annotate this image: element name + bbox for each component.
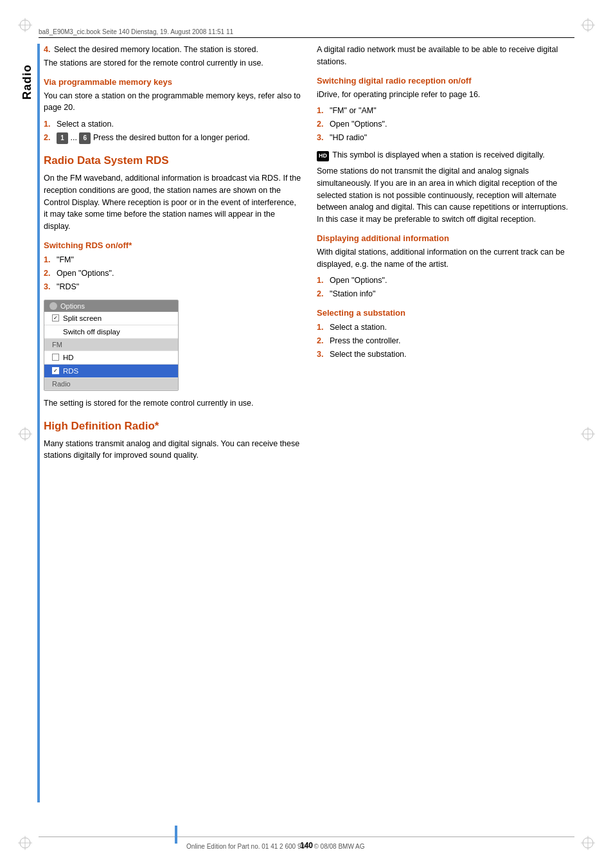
options-title-bar: Options: [44, 300, 178, 312]
idrive-text: iDrive, for operating principle refer to…: [317, 89, 574, 101]
subsection1-body: You can store a station on the programma…: [44, 90, 301, 114]
checkbox-split-screen: [52, 314, 59, 321]
hd-symbol: HD: [317, 151, 329, 161]
di-step2: 2. "Station info": [317, 287, 574, 300]
button-1: 1: [57, 132, 68, 144]
reg-mark-ml: [18, 427, 32, 441]
step4-text: Select the desired memory location. The …: [54, 44, 258, 56]
footer-line: [39, 836, 574, 837]
reg-mark-tl: [18, 18, 32, 32]
options-icon: [49, 302, 57, 310]
section1-body: On the FM waveband, additional informati…: [44, 172, 301, 233]
button-6: 6: [79, 132, 91, 144]
digital-body: Some stations do not transmit the digita…: [317, 165, 574, 226]
sub-step2: 2. Press the controller.: [317, 334, 574, 347]
rds-steps: 1. "FM" 2. Open "Options". 3. "RDS": [44, 253, 301, 293]
option-fm-header: FM: [44, 339, 178, 351]
option-rds: RDS: [44, 365, 178, 378]
header-bar: [39, 37, 574, 38]
di-step1: 1. Open "Options".: [317, 274, 574, 287]
section-hd-radio-heading: High Definition Radio*: [44, 420, 301, 433]
content-area: 4. Select the desired memory location. T…: [44, 44, 574, 829]
checkbox-rds: [52, 367, 59, 374]
step4: 4. Select the desired memory location. T…: [44, 44, 301, 56]
digital-radio-steps: 1. "FM" or "AM" 2. Open "Options". 3. "H…: [317, 104, 574, 144]
section-rds-heading: Radio Data System RDS: [44, 154, 301, 167]
options-screenshot: Options Split screen Switch off display …: [44, 300, 179, 391]
option-radio: Radio: [44, 378, 178, 390]
stored-text: The stations are stored for the remote c…: [44, 57, 301, 69]
option-split-screen: Split screen: [44, 312, 178, 325]
right-column: A digital radio network must be availabl…: [317, 44, 574, 466]
subsection-programmable-keys: Via programmable memory keys: [44, 77, 301, 87]
section2-body: Many stations transmit analog and digita…: [44, 438, 301, 462]
substation-steps: 1. Select a station. 2. Press the contro…: [317, 321, 574, 361]
dr-step3: 3. "HD radio": [317, 131, 574, 144]
dr-step2: 2. Open "Options".: [317, 118, 574, 131]
sub-step1: 1. Select a station.: [317, 321, 574, 334]
display-info-steps: 1. Open "Options". 2. "Station info": [317, 274, 574, 300]
options-title: Options: [60, 302, 85, 310]
sidebar-radio-label: Radio: [21, 64, 36, 102]
dr-step1: 1. "FM" or "AM": [317, 104, 574, 117]
rds-step1: 1. "FM": [44, 253, 301, 266]
hd-symbol-note: HD This symbol is displayed when a stati…: [317, 149, 574, 161]
setting-stored-text: The setting is stored for the remote con…: [44, 397, 301, 410]
reg-mark-tr: [581, 18, 595, 32]
subsection-switching-rds: Switching RDS on/off*: [44, 240, 301, 250]
left-column: 4. Select the desired memory location. T…: [44, 44, 301, 466]
option-switch-off-display: Switch off display: [44, 325, 178, 339]
subsection-selecting-substation: Selecting a substation: [317, 308, 574, 318]
reg-mark-mr: [581, 427, 595, 441]
step4-num: 4.: [44, 44, 54, 56]
option-hd: HD: [44, 351, 178, 365]
subsection-displaying-info: Displaying additional information: [317, 233, 574, 243]
checkbox-hd: [52, 354, 59, 361]
sub-step3: 3. Select the substation.: [317, 348, 574, 361]
blue-bar: [37, 44, 40, 802]
two-column-layout: 4. Select the desired memory location. T…: [44, 44, 574, 466]
digital-radio-text: A digital radio network must be availabl…: [317, 44, 574, 68]
header-file-info: ba8_E90M3_cic.book Seite 140 Dienstag, 1…: [39, 28, 233, 35]
footer-text: Online Edition for Part no. 01 41 2 600 …: [186, 843, 365, 850]
subsection-digital-radio: Switching digital radio reception on/off: [317, 76, 574, 86]
prog-step1: 1. Select a station.: [44, 118, 301, 131]
prog-step2: 2. 1 ... 6 Press the desired button for …: [44, 131, 301, 144]
hd-description: This symbol is displayed when a station …: [332, 150, 544, 159]
programmable-steps: 1. Select a station. 2. 1 ... 6 Press th…: [44, 118, 301, 144]
rds-step2: 2. Open "Options".: [44, 267, 301, 280]
rds-step3: 3. "RDS": [44, 280, 301, 293]
page-container: ba8_E90M3_cic.book Seite 140 Dienstag, 1…: [0, 0, 613, 868]
display-body: With digital stations, additional inform…: [317, 246, 574, 271]
